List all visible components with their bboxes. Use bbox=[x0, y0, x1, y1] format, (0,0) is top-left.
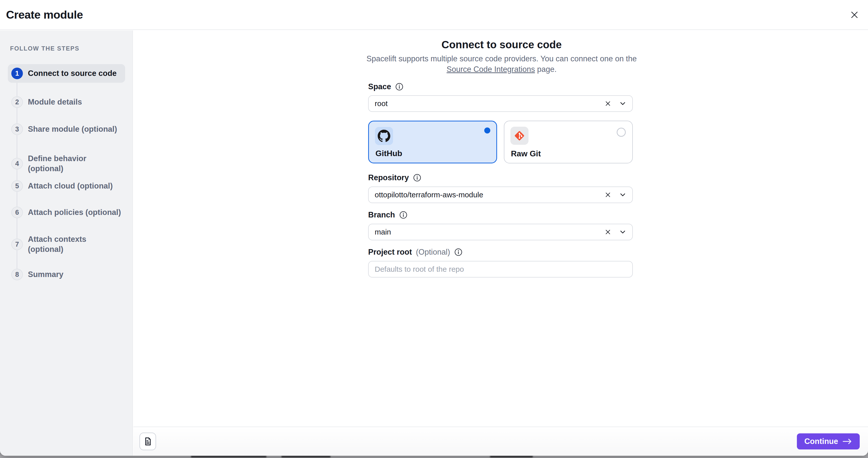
provider-card-label: Raw Git bbox=[511, 149, 541, 158]
step-label: Define behavior (optional) bbox=[28, 154, 87, 174]
sidebar-step-module-details[interactable]: 2 Module details bbox=[8, 96, 125, 108]
subtitle-text: Spacelift supports multiple source code … bbox=[366, 54, 637, 63]
field-label-text: Project root bbox=[368, 248, 412, 257]
step-label: Summary bbox=[28, 270, 63, 279]
modal-header: Create module bbox=[0, 0, 868, 30]
step-content-panel: Connect to source code Spacelift support… bbox=[133, 30, 868, 456]
git-icon bbox=[510, 127, 528, 145]
page-title: Connect to source code bbox=[309, 39, 694, 51]
step-number-badge: 6 bbox=[11, 207, 23, 218]
repository-select-value: ottopilotto/terraform-aws-module bbox=[375, 190, 604, 199]
subtitle-text: page. bbox=[535, 65, 557, 74]
sidebar-step-share-module[interactable]: 3 Share module (optional) bbox=[8, 123, 125, 135]
sidebar-step-connect-to-source-code[interactable]: 1 Connect to source code bbox=[8, 64, 125, 83]
sidebar-step-attach-cloud[interactable]: 5 Attach cloud (optional) bbox=[8, 180, 125, 192]
create-module-modal: Create module FOLLOW THE STEPS 1 Connect… bbox=[0, 0, 868, 456]
step-number-badge: 5 bbox=[11, 180, 23, 192]
radio-selected[interactable] bbox=[484, 127, 490, 133]
radio-unselected[interactable] bbox=[617, 128, 626, 137]
step-label: Attach cloud (optional) bbox=[28, 181, 113, 191]
sidebar-step-attach-policies[interactable]: 6 Attach policies (optional) bbox=[8, 207, 125, 218]
branch-select-value: main bbox=[375, 228, 604, 236]
chevron-down-icon[interactable] bbox=[619, 191, 627, 199]
field-label-text: Space bbox=[368, 82, 391, 91]
info-icon[interactable] bbox=[399, 211, 408, 219]
step-label: Connect to source code bbox=[28, 68, 117, 79]
sidebar-heading: FOLLOW THE STEPS bbox=[10, 45, 80, 52]
repository-select[interactable]: ottopilotto/terraform-aws-module bbox=[368, 186, 633, 203]
step-label: Share module (optional) bbox=[28, 124, 117, 134]
sidebar-step-summary[interactable]: 8 Summary bbox=[8, 269, 125, 280]
space-select[interactable]: root bbox=[368, 95, 633, 112]
step-number-badge: 2 bbox=[11, 96, 23, 108]
continue-button[interactable]: Continue bbox=[797, 433, 860, 450]
arrow-right-icon bbox=[842, 438, 852, 445]
provider-card-github[interactable]: GitHub bbox=[368, 121, 497, 163]
continue-label: Continue bbox=[804, 437, 838, 446]
project-root-field-label: Project root (Optional) bbox=[368, 248, 463, 257]
provider-card-label: GitHub bbox=[375, 149, 402, 158]
space-select-value: root bbox=[375, 99, 604, 108]
step-label: Attach contexts (optional) bbox=[28, 234, 87, 254]
info-icon[interactable] bbox=[454, 248, 463, 256]
document-icon bbox=[143, 436, 153, 447]
chevron-down-icon[interactable] bbox=[619, 228, 627, 236]
field-label-text: Repository bbox=[368, 173, 409, 182]
info-icon[interactable] bbox=[413, 174, 422, 182]
step-number-badge: 7 bbox=[11, 239, 23, 250]
step-number-badge: 1 bbox=[11, 68, 23, 79]
clear-icon[interactable] bbox=[604, 228, 612, 236]
github-icon bbox=[375, 127, 393, 145]
chevron-down-icon[interactable] bbox=[619, 99, 627, 108]
optional-tag: (Optional) bbox=[416, 248, 450, 257]
step-number-badge: 4 bbox=[11, 158, 23, 170]
project-root-placeholder: Defaults to root of the repo bbox=[375, 265, 627, 274]
repository-field-label: Repository bbox=[368, 173, 422, 182]
close-icon bbox=[850, 10, 859, 20]
wizard-footer: Continue bbox=[133, 427, 868, 456]
branch-select[interactable]: main bbox=[368, 224, 633, 240]
close-button[interactable] bbox=[847, 8, 862, 22]
steps-sidebar: FOLLOW THE STEPS 1 Connect to source cod… bbox=[0, 30, 133, 456]
step-label: Attach policies (optional) bbox=[28, 207, 121, 217]
source-code-integrations-link[interactable]: Source Code Integrations bbox=[446, 65, 535, 74]
modal-title: Create module bbox=[6, 8, 83, 21]
sidebar-step-define-behavior[interactable]: 4 Define behavior (optional) bbox=[8, 154, 125, 174]
step-number-badge: 8 bbox=[11, 269, 23, 280]
field-label-text: Branch bbox=[368, 210, 395, 219]
page-subtitle: Spacelift supports multiple source code … bbox=[337, 54, 666, 75]
sidebar-step-attach-contexts[interactable]: 7 Attach contexts (optional) bbox=[8, 234, 125, 254]
clear-icon[interactable] bbox=[604, 100, 612, 107]
space-field-label: Space bbox=[368, 82, 404, 91]
info-icon[interactable] bbox=[395, 83, 404, 91]
branch-field-label: Branch bbox=[368, 210, 408, 219]
provider-card-raw-git[interactable]: Raw Git bbox=[504, 121, 633, 163]
step-number-badge: 3 bbox=[11, 123, 23, 135]
documentation-button[interactable] bbox=[140, 433, 156, 450]
step-label: Module details bbox=[28, 97, 82, 107]
clear-icon[interactable] bbox=[604, 191, 612, 199]
project-root-input[interactable]: Defaults to root of the repo bbox=[368, 261, 633, 277]
